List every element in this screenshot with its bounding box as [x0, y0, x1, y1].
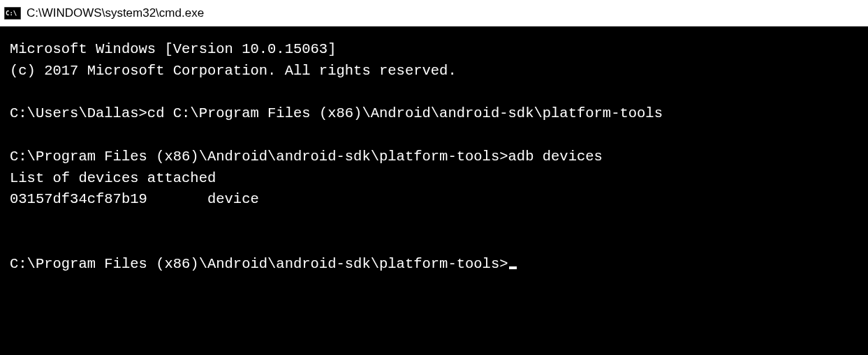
command-2: adb devices: [508, 149, 603, 165]
terminal-output[interactable]: Microsoft Windows [Version 10.0.15063] (…: [0, 27, 868, 287]
version-line: Microsoft Windows [Version 10.0.15063]: [10, 41, 336, 57]
device-status: device: [207, 191, 259, 207]
prompt-1: C:\Users\Dallas>: [10, 105, 147, 121]
titlebar[interactable]: C:\ C:\WINDOWS\system32\cmd.exe: [0, 0, 868, 27]
window-title: C:\WINDOWS\system32\cmd.exe: [27, 6, 204, 20]
cmd-icon: C:\: [4, 6, 21, 20]
svg-text:C:\: C:\: [6, 10, 17, 17]
command-1: cd C:\Program Files (x86)\Android\androi…: [147, 105, 663, 121]
copyright-line: (c) 2017 Microsoft Corporation. All righ…: [10, 63, 457, 79]
prompt-3: C:\Program Files (x86)\Android\android-s…: [10, 256, 508, 272]
prompt-2: C:\Program Files (x86)\Android\android-s…: [10, 149, 508, 165]
cursor: [509, 266, 517, 269]
devices-header: List of devices attached: [10, 170, 216, 186]
device-id: 03157df34cf87b19: [10, 191, 147, 207]
